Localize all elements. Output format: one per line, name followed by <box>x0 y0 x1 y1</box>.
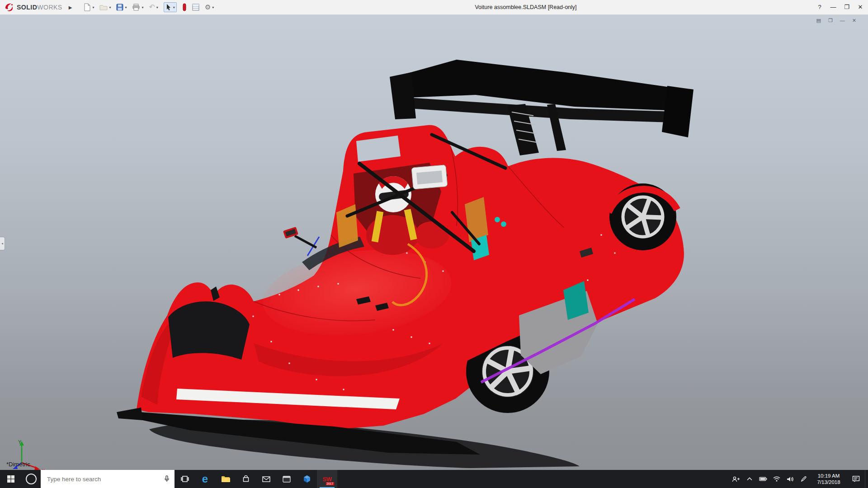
save-button[interactable]: ▾ <box>115 1 127 13</box>
brand-solid-text: SOLID <box>17 4 37 11</box>
teal-dot <box>495 217 500 222</box>
solidworks-app-icon: SW 2017 <box>321 472 334 486</box>
cad-viewer-button[interactable] <box>297 470 317 488</box>
new-document-button[interactable]: ▾ <box>83 1 95 13</box>
taskbar-spacer <box>337 470 729 488</box>
undo-button[interactable]: ↶ ▾ <box>148 1 159 13</box>
search-input[interactable] <box>41 475 164 483</box>
solidworks-taskbar-button[interactable]: SW 2017 <box>317 470 337 488</box>
options-button[interactable]: ⚙ ▾ <box>204 1 215 13</box>
solidworks-logo: SOLIDWORKS <box>0 3 62 12</box>
mail-button[interactable] <box>256 470 276 488</box>
task-view-button[interactable] <box>175 470 195 488</box>
wifi-icon <box>773 476 780 482</box>
task-view-icon <box>180 475 189 483</box>
triad-y-label: Y <box>18 439 22 445</box>
help-button[interactable]: ? <box>813 0 826 14</box>
cortana-icon <box>26 474 37 484</box>
doc-sheet-icon[interactable]: ▤ <box>816 17 821 23</box>
document-window-controls: ▤ ❐ — ✕ <box>816 17 857 23</box>
dropdown-caret-icon[interactable]: ▾ <box>92 5 94 9</box>
design-binder-button[interactable] <box>191 1 200 13</box>
minimize-button[interactable]: — <box>826 0 840 14</box>
maximize-button[interactable]: ❐ <box>840 0 854 14</box>
select-arrow-icon <box>165 4 172 11</box>
close-button[interactable]: ✕ <box>854 0 867 14</box>
desktop-screen: SOLIDWORKS ▶ ▾ ▾ ▾ <box>0 0 868 488</box>
feature-tree-collapse-handle[interactable]: ◂ <box>0 237 5 250</box>
windows-taskbar: e <box>0 470 868 488</box>
intake-box <box>411 165 448 189</box>
view-orientation-label: *Dimetric <box>6 461 30 468</box>
cortana-button[interactable] <box>22 470 41 488</box>
doc-minimize-icon[interactable]: — <box>840 17 845 23</box>
store-button[interactable] <box>236 470 256 488</box>
dropdown-caret-icon[interactable]: ▾ <box>109 5 111 9</box>
solidworks-logo-icon <box>5 3 14 12</box>
edge-icon: e <box>202 474 208 484</box>
style-capsule-button[interactable] <box>181 1 188 13</box>
volume-button[interactable] <box>783 470 797 488</box>
design-binder-icon <box>192 4 199 11</box>
save-floppy-icon <box>116 4 123 11</box>
people-icon <box>732 476 740 482</box>
graphics-viewport[interactable]: ▤ ❐ — ✕ Y X *Dimetric ◂ <box>0 14 868 470</box>
dropdown-caret-icon[interactable]: ▾ <box>156 5 158 9</box>
file-explorer-icon <box>221 475 230 483</box>
action-center-icon <box>852 475 860 483</box>
toolbar-expand-arrow[interactable]: ▶ <box>69 5 72 10</box>
battery-button[interactable] <box>756 470 770 488</box>
edge-button[interactable]: e <box>195 470 215 488</box>
select-tool-button[interactable]: ▾ <box>163 1 178 13</box>
clock-date: 7/13/2018 <box>817 479 840 485</box>
doc-close-icon[interactable]: ✕ <box>852 17 856 23</box>
print-icon <box>132 4 140 11</box>
doc-restore-icon[interactable]: ❐ <box>828 17 833 23</box>
brand-works-text: WORKS <box>37 4 62 11</box>
cube-icon <box>303 475 311 483</box>
sw-text: SW <box>323 476 332 483</box>
microphone-icon[interactable] <box>164 475 175 483</box>
title-bar: SOLIDWORKS ▶ ▾ ▾ ▾ <box>0 0 868 15</box>
speaker-icon <box>787 476 794 482</box>
window-title: Voiture assomblee.SLDASM [Read-only] <box>475 0 576 14</box>
dropdown-caret-icon[interactable]: ▾ <box>142 5 143 9</box>
start-button[interactable] <box>0 470 22 488</box>
side-mirror <box>283 227 316 248</box>
quick-access-toolbar: ▾ ▾ ▾ ▾ <box>83 1 215 13</box>
chevron-up-icon <box>747 477 752 481</box>
print-button[interactable]: ▾ <box>131 1 144 13</box>
mail-icon <box>262 476 270 482</box>
pen-icon <box>801 476 807 482</box>
orientation-triad: Y X <box>8 438 49 474</box>
network-button[interactable] <box>770 470 783 488</box>
open-folder-icon <box>99 4 108 10</box>
car-model-3d <box>0 14 868 470</box>
dropdown-caret-icon[interactable]: ▾ <box>173 5 175 9</box>
undo-icon: ↶ <box>149 4 155 11</box>
taskbar-search[interactable] <box>41 470 175 488</box>
red-capsule-icon <box>182 3 187 11</box>
collapse-arrow-icon: ◂ <box>1 242 3 245</box>
battery-icon <box>759 477 768 481</box>
dropdown-caret-icon[interactable]: ▾ <box>212 5 214 9</box>
open-button[interactable]: ▾ <box>99 1 112 13</box>
windows-logo-icon <box>7 475 14 483</box>
people-button[interactable] <box>729 470 743 488</box>
teal-dot <box>501 221 506 227</box>
store-icon <box>242 475 250 483</box>
action-center-button[interactable] <box>847 470 865 488</box>
gear-icon: ⚙ <box>205 4 211 11</box>
taskbar-clock[interactable]: 10:19 AM 7/13/2018 <box>811 470 847 488</box>
console-app-button[interactable] <box>276 470 297 488</box>
file-explorer-button[interactable] <box>215 470 236 488</box>
show-desktop-button[interactable] <box>865 470 868 488</box>
dropdown-caret-icon[interactable]: ▾ <box>125 5 127 9</box>
window-controls: ? — ❐ ✕ <box>813 0 867 14</box>
tray-overflow-button[interactable] <box>743 470 756 488</box>
clock-time: 10:19 AM <box>818 473 840 479</box>
select-tool-pressed-frame: ▾ <box>164 2 177 12</box>
new-document-icon <box>84 3 91 11</box>
windows-ink-button[interactable] <box>797 470 811 488</box>
sw-year-badge: 2017 <box>326 482 334 485</box>
